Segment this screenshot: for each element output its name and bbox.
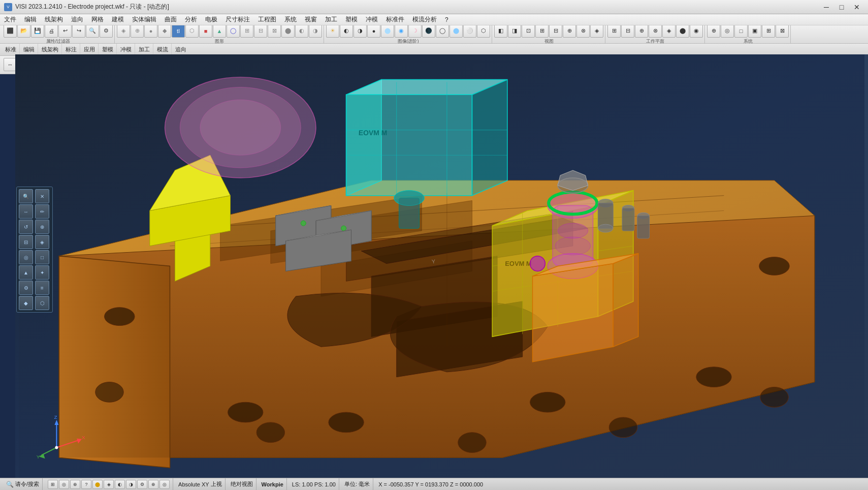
tb-view4[interactable]: ⊞ [535, 25, 549, 38]
tb-shape5[interactable]: tI [172, 25, 185, 38]
maximize-button[interactable]: □ [834, 2, 849, 13]
tb-wp7[interactable]: ◉ [690, 25, 703, 38]
tb-shape1[interactable]: ◈ [117, 25, 130, 38]
tb-print[interactable]: 🖨 [45, 25, 58, 38]
status-btn-help[interactable]: ? [81, 480, 91, 489]
tb-shape2[interactable]: ⊕ [131, 25, 144, 38]
tb-shape11[interactable]: ⊟ [254, 25, 267, 38]
status-btn-add2[interactable]: ⊕ [148, 480, 158, 489]
menu-edit[interactable]: 编辑 [20, 14, 41, 25]
tool-rect[interactable]: □ [35, 250, 49, 264]
tool-rotate[interactable]: ↺ [19, 220, 33, 234]
menu-modeling[interactable]: 建模 [108, 14, 128, 25]
menu-machining[interactable]: 加工 [321, 14, 341, 25]
tb-view1[interactable]: ◧ [494, 25, 507, 38]
minimize-button[interactable]: ─ [819, 2, 833, 13]
status-btn-grid[interactable]: ⊞ [48, 480, 58, 489]
tb-tab-machining[interactable]: 加工 [136, 44, 153, 55]
tb-wp6[interactable]: ⬤ [676, 25, 689, 38]
tool-list[interactable]: ≡ [35, 281, 49, 295]
tb-zoom-in[interactable]: 🔍 [86, 25, 99, 38]
menu-mold[interactable]: 塑模 [341, 14, 362, 25]
tb-wp5[interactable]: ◈ [662, 25, 676, 38]
menu-punch[interactable]: 冲模 [362, 14, 382, 25]
tb-tab-direction[interactable]: 追向 [172, 44, 189, 55]
tb-img1[interactable]: ☀ [326, 25, 339, 38]
tb-sys2[interactable]: ◎ [721, 25, 734, 38]
tb-shape15[interactable]: ◑ [309, 25, 322, 38]
tb-tab-standard[interactable]: 标准 [2, 44, 20, 55]
tb-save[interactable]: 💾 [31, 25, 44, 38]
tb-wp2[interactable]: ⊟ [621, 25, 634, 38]
tb-shape8[interactable]: ▲ [213, 25, 226, 38]
tb-tab-apply[interactable]: 应用 [81, 44, 99, 55]
status-btn-half-r[interactable]: ◑ [126, 480, 136, 489]
menu-window[interactable]: 视窗 [301, 14, 321, 25]
tb-tab-dimension[interactable]: 标注 [62, 44, 80, 55]
tb-undo[interactable]: ↩ [58, 25, 72, 38]
tool-hex[interactable]: ⬡ [35, 296, 49, 310]
menu-standard-parts[interactable]: 标准件 [382, 14, 408, 25]
tb-tab-edit[interactable]: 编辑 [20, 44, 38, 55]
menu-drawing[interactable]: 工程图 [254, 14, 280, 25]
menu-help[interactable]: ? [441, 14, 453, 25]
status-btn-half-l[interactable]: ◐ [115, 480, 125, 489]
tb-wp1[interactable]: ⊞ [607, 25, 621, 38]
tb-shape13[interactable]: ⬤ [281, 25, 295, 38]
tb-img12[interactable]: ⬡ [477, 25, 490, 38]
tb-tab-flow[interactable]: 模流 [154, 44, 172, 55]
menu-electrode[interactable]: 电极 [201, 14, 221, 25]
tool-config[interactable]: ◈ [35, 235, 49, 249]
tool-remove[interactable]: ⊟ [19, 235, 33, 249]
tb-shape10[interactable]: ⊞ [240, 25, 253, 38]
tb-tab-punch[interactable]: 冲模 [117, 44, 135, 55]
menu-direction[interactable]: 追向 [67, 14, 87, 25]
status-btn-gear[interactable]: ⚙ [137, 480, 147, 489]
tb-shape7[interactable]: ■ [199, 25, 212, 38]
tb-redo[interactable]: ↪ [72, 25, 85, 38]
tb-shape14[interactable]: ◐ [295, 25, 308, 38]
tb-img11[interactable]: ⚪ [463, 25, 476, 38]
tb-shape4[interactable]: ◆ [158, 25, 171, 38]
tb-view8[interactable]: ◈ [590, 25, 603, 38]
tb-img2[interactable]: ◐ [340, 25, 353, 38]
close-button[interactable]: ✕ [850, 2, 864, 13]
status-btn-circle[interactable]: ◎ [59, 480, 69, 489]
tb-shape9[interactable]: ◯ [227, 25, 240, 38]
menu-flow-analysis[interactable]: 模流分析 [408, 14, 441, 25]
tool-add[interactable]: ⊕ [35, 220, 49, 234]
tb-open[interactable]: 📂 [17, 25, 30, 38]
tool-select[interactable]: ✕ [35, 189, 49, 203]
viewport[interactable]: EOVM M EOVM M [15, 54, 868, 478]
tb-tab-mold[interactable]: 塑模 [99, 44, 117, 55]
tb-img7[interactable]: ☽ [408, 25, 422, 38]
tb-sys3[interactable]: □ [734, 25, 748, 38]
tool-diamond[interactable]: ◆ [19, 296, 33, 310]
tool-star[interactable]: ✦ [35, 265, 49, 280]
status-btn-circle2[interactable]: ◎ [159, 480, 170, 489]
tb-view3[interactable]: ⊡ [522, 25, 535, 38]
tb-shape12[interactable]: ⊠ [268, 25, 281, 38]
tb-tab-wireframe[interactable]: 线架构 [39, 44, 62, 55]
tool-zoom[interactable]: 🔍 [19, 189, 33, 203]
tb-new[interactable]: ⬛ [4, 25, 17, 38]
menu-wireframe[interactable]: 线架构 [41, 14, 67, 25]
menu-dimension[interactable]: 尺寸标注 [221, 14, 254, 25]
tb-wp4[interactable]: ⊗ [649, 25, 662, 38]
tb-img3[interactable]: ◑ [353, 25, 367, 38]
tb-img8[interactable]: 🌑 [422, 25, 435, 38]
tool-gear[interactable]: ⚙ [19, 281, 33, 295]
tb-img9[interactable]: ◯ [436, 25, 449, 38]
tb-shape3[interactable]: ● [144, 25, 157, 38]
tb-img10[interactable]: ⬤ [449, 25, 463, 38]
status-btn-dot[interactable]: ⬤ [92, 480, 103, 489]
tool-circle[interactable]: ◎ [19, 250, 33, 264]
tb-view6[interactable]: ⊕ [563, 25, 576, 38]
tb-sys1[interactable]: ⊕ [707, 25, 720, 38]
menu-system[interactable]: 系统 [280, 14, 301, 25]
tool-tri[interactable]: ▲ [19, 265, 33, 280]
menu-solid-edit[interactable]: 实体编辑 [128, 14, 160, 25]
tool-h-arrow[interactable]: ↔ [19, 204, 33, 219]
status-btn-settings[interactable]: ◈ [104, 480, 114, 489]
tb-view7[interactable]: ⊗ [576, 25, 590, 38]
